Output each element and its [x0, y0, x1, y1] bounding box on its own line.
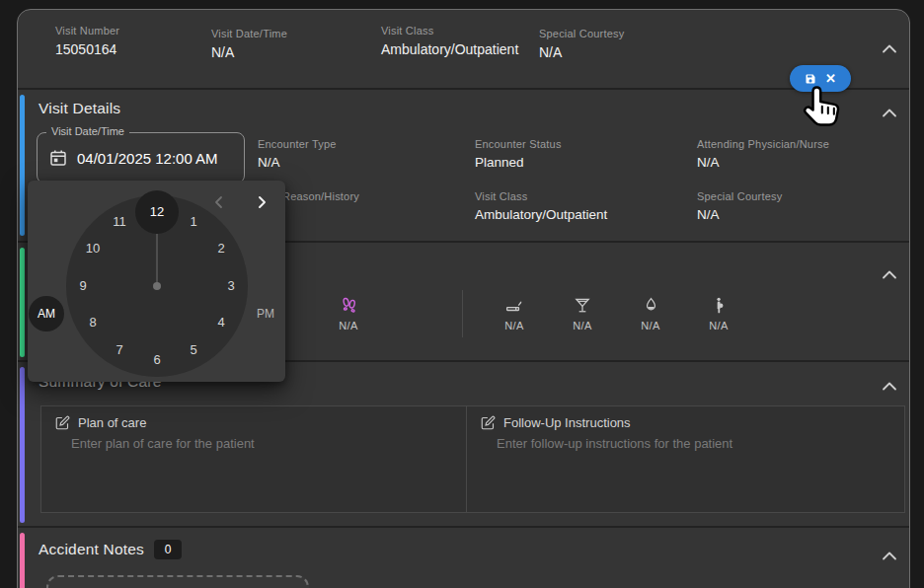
- visit-details-title: Visit Details: [38, 100, 120, 117]
- edit-note-icon: [55, 415, 70, 430]
- special-courtesy-detail-value: N/A: [697, 207, 782, 222]
- accident-notes-count-badge: 0: [154, 540, 182, 559]
- plan-of-care-placeholder: Enter plan of care for the patient: [71, 436, 255, 451]
- save-icon: [805, 73, 816, 85]
- collapse-flags-button[interactable]: [880, 266, 899, 282]
- visit-class-label: Visit Class: [381, 25, 518, 37]
- flag-substance-value: N/A: [619, 320, 682, 331]
- clock-hour-9[interactable]: 9: [69, 272, 97, 300]
- accident-notes-section: Accident Notes 0: [18, 526, 909, 588]
- section-accent-strip: [20, 248, 25, 357]
- attending-physician-value: N/A: [697, 155, 829, 170]
- am-toggle[interactable]: AM: [29, 296, 64, 331]
- visit-class-detail-field: Visit Class Ambulatory/Outpatient: [475, 190, 607, 222]
- visit-class-detail-label: Visit Class: [475, 190, 607, 202]
- clock-face: 12 1 2 3 4 5 6 7 8 9 10 11: [66, 195, 248, 377]
- clock-hour-1[interactable]: 1: [180, 208, 207, 236]
- pm-toggle[interactable]: PM: [248, 296, 283, 331]
- clock-hour-8[interactable]: 8: [79, 309, 107, 336]
- encounter-type-label: Encounter Type: [258, 138, 337, 150]
- plan-of-care-label: Plan of care: [78, 415, 146, 430]
- collapse-header-button[interactable]: [880, 40, 899, 56]
- special-courtesy-value: N/A: [539, 44, 624, 60]
- visit-number-value: 15050164: [55, 41, 119, 57]
- visit-datetime-input[interactable]: Visit Date/Time 04/01/2025 12:00 AM: [37, 132, 245, 184]
- clock-hour-2[interactable]: 2: [207, 235, 235, 262]
- flag-footprints-value: N/A: [317, 320, 380, 331]
- clock-hour-3[interactable]: 3: [217, 272, 245, 300]
- visit-class-detail-value: Ambulatory/Outpatient: [475, 207, 607, 222]
- footprints-icon: [317, 295, 380, 316]
- visit-datetime-input-label: Visit Date/Time: [46, 125, 129, 137]
- clock-hour-4[interactable]: 4: [207, 309, 235, 336]
- chevron-up-icon: [882, 549, 897, 563]
- chevron-left-icon: [212, 197, 226, 212]
- chevron-up-icon: [882, 41, 897, 56]
- encounter-status-field: Encounter Status Planned: [475, 138, 562, 170]
- visit-datetime-value: N/A: [211, 44, 287, 60]
- water-drop-icon: [619, 295, 682, 316]
- clock-hour-6[interactable]: 6: [143, 346, 171, 374]
- summary-of-care-section: Summary of Care Plan of care Enter plan …: [18, 360, 909, 528]
- clock-hour-7[interactable]: 7: [106, 336, 133, 364]
- section-accent-strip: [20, 367, 25, 523]
- flag-pregnancy[interactable]: N/A: [687, 295, 750, 331]
- flag-footprints[interactable]: N/A: [317, 295, 380, 331]
- visit-class-field: Visit Class Ambulatory/Outpatient: [381, 25, 518, 57]
- collapse-accident-notes-button[interactable]: [880, 548, 899, 563]
- follow-up-placeholder: Enter follow-up instructions for the pat…: [497, 436, 732, 451]
- chevron-up-icon: [882, 267, 897, 282]
- visit-number-label: Visit Number: [55, 25, 119, 37]
- visit-datetime-label: Visit Date/Time: [211, 28, 287, 39]
- visit-datetime-field: Visit Date/Time N/A: [211, 28, 287, 60]
- flag-smoking[interactable]: N/A: [483, 295, 546, 331]
- attending-physician-label: Attending Physician/Nurse: [697, 138, 829, 150]
- clock-center-dot: [153, 282, 161, 290]
- collapse-summary-button[interactable]: [880, 378, 899, 394]
- next-view-button[interactable]: [255, 195, 269, 209]
- save-cancel-pill[interactable]: ✕: [790, 65, 851, 92]
- clock-hour-5[interactable]: 5: [180, 336, 207, 364]
- encounter-type-field: Encounter Type N/A: [258, 138, 337, 170]
- chevron-up-icon: [882, 379, 897, 394]
- flag-alcohol-value: N/A: [551, 320, 614, 331]
- calendar-icon: [49, 149, 67, 167]
- flag-alcohol[interactable]: N/A: [551, 295, 614, 331]
- accident-notes-title: Accident Notes: [38, 541, 144, 558]
- edit-note-icon: [481, 415, 496, 430]
- plan-of-care-editor[interactable]: Plan of care Enter plan of care for the …: [41, 406, 467, 512]
- encounter-status-label: Encounter Status: [475, 138, 562, 150]
- clock-hour-11[interactable]: 11: [106, 208, 133, 236]
- previous-view-button[interactable]: [212, 195, 226, 209]
- summary-of-care-editors: Plan of care Enter plan of care for the …: [40, 405, 905, 513]
- reason-history-label: Reason/History: [282, 190, 359, 202]
- follow-up-editor[interactable]: Follow-Up Instructions Enter follow-up i…: [467, 406, 904, 512]
- martini-glass-icon: [551, 295, 614, 316]
- collapse-visit-details-button[interactable]: [880, 105, 899, 120]
- add-accident-note-dropzone[interactable]: [46, 575, 309, 588]
- visit-datetime-input-value: 04/01/2025 12:00 AM: [77, 150, 218, 167]
- chevron-up-icon: [882, 106, 897, 120]
- section-accent-strip: [20, 95, 25, 236]
- special-courtesy-detail-label: Special Courtesy: [697, 190, 782, 202]
- section-accent-strip: [20, 533, 25, 588]
- special-courtesy-field: Special Courtesy N/A: [539, 28, 624, 60]
- flag-pregnancy-value: N/A: [687, 320, 750, 331]
- encounter-type-value: N/A: [258, 155, 337, 170]
- clock-hour-10[interactable]: 10: [79, 235, 107, 262]
- encounter-status-value: Planned: [475, 155, 562, 170]
- clock-hour-12-selected[interactable]: 12: [135, 190, 179, 234]
- flag-smoking-value: N/A: [483, 320, 546, 331]
- special-courtesy-label: Special Courtesy: [539, 28, 624, 39]
- visit-class-value: Ambulatory/Outpatient: [381, 41, 518, 57]
- time-picker-popup: 12 1 2 3 4 5 6 7 8 9 10 11 AM PM: [28, 181, 285, 382]
- flag-substance[interactable]: N/A: [619, 295, 682, 331]
- smoking-icon: [483, 295, 546, 316]
- chevron-right-icon: [255, 197, 269, 212]
- visit-summary-header: Visit Number 15050164 Visit Date/Time N/…: [18, 10, 909, 88]
- reason-history-field: Reason/History: [282, 190, 359, 207]
- special-courtesy-detail-field: Special Courtesy N/A: [697, 190, 782, 222]
- follow-up-label: Follow-Up Instructions: [503, 415, 631, 430]
- attending-physician-field: Attending Physician/Nurse N/A: [697, 138, 829, 170]
- flags-divider: [462, 290, 463, 337]
